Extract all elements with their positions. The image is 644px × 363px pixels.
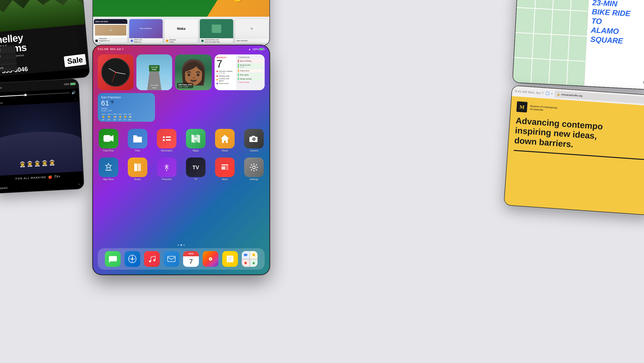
app-maps[interactable]: Maps xyxy=(186,129,206,152)
dock: MON 7 xyxy=(98,248,265,270)
weather-hour-5: 2PM ☀️ 67° xyxy=(123,113,126,121)
app-camera[interactable]: Camera xyxy=(244,129,264,152)
camera-icon xyxy=(244,129,264,148)
dock-photos[interactable] xyxy=(203,251,218,267)
museum-forward-button[interactable]: ‹ xyxy=(551,91,553,96)
app-home[interactable]: Home xyxy=(215,129,234,152)
appstore-label: App Store xyxy=(103,178,114,181)
tv-slider-track[interactable] xyxy=(0,92,70,97)
cal-today-event1: Farmers market xyxy=(216,70,234,72)
tv-icon: TV xyxy=(186,158,206,177)
clock-minute-hand xyxy=(116,72,126,74)
cal-dot-1 xyxy=(216,71,218,72)
safari-tab-erace[interactable]: eraceramics.comand one other tab xyxy=(200,19,233,43)
tv-subtitle-chevron[interactable]: › xyxy=(75,98,76,101)
clock-center-dot xyxy=(115,72,116,73)
tv-control-label: Playback xyxy=(0,186,8,189)
weather-hour-time-1: 10AM xyxy=(101,113,106,115)
app-facetime[interactable]: FaceTime xyxy=(99,129,118,152)
widget-photo-highway[interactable]: CA-128Napa CA-128 Napa xyxy=(136,55,172,90)
widget-clock[interactable] xyxy=(98,55,134,90)
weather-desc: Sunny xyxy=(101,107,152,110)
dock-messages[interactable] xyxy=(105,251,121,267)
tv-battery-bar xyxy=(70,83,76,85)
page-indicator xyxy=(93,244,270,246)
settings-icon xyxy=(244,158,264,177)
on-this-day-badge: ON THIS DAY June 7, 2020 xyxy=(177,83,193,88)
weather-hour-temp-3: 66° xyxy=(114,119,116,121)
news-icon xyxy=(215,158,234,177)
svg-point-2 xyxy=(163,136,165,138)
cal-event-name-2: Weekly prep xyxy=(219,75,229,77)
museum-m-logo: M xyxy=(516,101,528,113)
cal-t-event-text-3: Project Ariel xyxy=(240,70,262,72)
widget-photo-onthisday[interactable]: 👩🏾 ON THIS DAY June 7, 2020 xyxy=(175,55,212,90)
cal-tomorrow-event1: Jake's birthday xyxy=(238,60,263,63)
cal-t-event-text-5: Design briefing xyxy=(240,78,262,80)
tab-thumb-worklife: Work Life Balance xyxy=(129,19,162,38)
dock-safari[interactable] xyxy=(124,251,140,267)
dock-notes[interactable] xyxy=(222,251,238,267)
weather-hour-6: 3PM 🌤️ 68° xyxy=(128,113,132,121)
cal-event-name-1: Farmers market xyxy=(219,70,232,72)
app-tv[interactable]: TV TV xyxy=(186,158,206,181)
home-icon xyxy=(215,129,234,148)
svg-rect-3 xyxy=(166,137,171,138)
widget-calendar[interactable]: MONDAY 7 Farmers market 9:45 AM Weekly p… xyxy=(214,55,265,90)
erace-square xyxy=(212,25,221,33)
svg-rect-14 xyxy=(134,163,137,171)
safari-tab-newwindow[interactable]: + New Window xyxy=(235,19,268,43)
weather-hour-icon-1: ☀️ xyxy=(102,116,105,118)
books-label: Books xyxy=(134,178,141,181)
widgets-area: CA-128Napa CA-128 Napa 👩🏾 ON THIS DAY Ju… xyxy=(98,55,265,90)
podcasts-icon xyxy=(157,158,176,177)
maps-icon xyxy=(186,129,206,148)
app-books[interactable]: Books xyxy=(128,158,147,181)
app-appstore[interactable]: App Store xyxy=(99,158,118,181)
battery-indicator: 100% xyxy=(252,48,265,51)
books-icon xyxy=(128,158,147,177)
dock-multi-cell-3 xyxy=(242,259,250,267)
app-podcasts[interactable]: Podcasts xyxy=(157,158,176,181)
safari-tab-wakaka[interactable]: Waka wakaka.world xyxy=(164,19,198,43)
svg-point-21 xyxy=(253,166,255,168)
map-road-v1 xyxy=(530,0,536,83)
museum-content: M Museum of Contemporary Art Nashville A… xyxy=(504,96,644,215)
app-settings[interactable]: Settings xyxy=(244,158,264,181)
app-news[interactable]: News xyxy=(215,158,234,181)
dock-multi-cell-4 xyxy=(250,259,258,267)
cal-today-event2: Weekly prep xyxy=(216,75,234,77)
dock-calendar[interactable]: MON 7 xyxy=(183,251,199,267)
dock-mail[interactable] xyxy=(164,251,179,267)
safari-tab-worklife[interactable]: Work Life Balance Work LifeBalance... xyxy=(129,19,162,43)
svg-point-36 xyxy=(244,262,247,264)
notes-map: STEINER ST. xyxy=(512,0,590,86)
news-label: News xyxy=(222,178,228,181)
files-label: Files xyxy=(135,149,140,152)
dock-cal-header: MON xyxy=(183,251,199,256)
dock-cal-body: 7 xyxy=(189,256,193,267)
svg-point-30 xyxy=(210,258,211,260)
dock-multi[interactable] xyxy=(242,251,258,267)
safari-tab-macpuffin[interactable]: DESK ON DESK 📰 macpuffinmagazine.com xyxy=(94,19,127,43)
svg-point-9 xyxy=(194,137,197,140)
status-time: 9:41 AM xyxy=(98,48,108,51)
museum-back-button[interactable]: ☐ xyxy=(545,91,549,96)
tv-control-chevron[interactable]: › xyxy=(79,182,80,186)
widget-weather[interactable]: San Francisco 61 °F Sunny H:68° L:54° 10… xyxy=(98,93,155,122)
new-window-plus: + xyxy=(250,25,254,32)
cal-tomorrow-event5: Design briefing xyxy=(238,77,263,80)
facetime-label: FaceTime xyxy=(103,149,114,152)
favicon-erace xyxy=(201,40,204,42)
weather-hour-time-2: 11AM xyxy=(107,113,111,115)
weather-hour-time-5: 2PM xyxy=(123,113,126,115)
tv-playback-label: Playback xyxy=(0,101,2,105)
weather-hour-temp-1: 62° xyxy=(102,119,105,121)
battery-pct-text: 100% xyxy=(252,48,258,51)
app-files[interactable]: Files xyxy=(128,129,147,152)
appstore-icon xyxy=(99,158,118,177)
cal-tomorrow-event4: Team goals xyxy=(238,73,263,76)
notes-bottom-icon: 🅐 xyxy=(643,80,644,86)
dock-music[interactable] xyxy=(144,251,160,267)
app-reminders[interactable]: Reminders xyxy=(157,129,176,152)
